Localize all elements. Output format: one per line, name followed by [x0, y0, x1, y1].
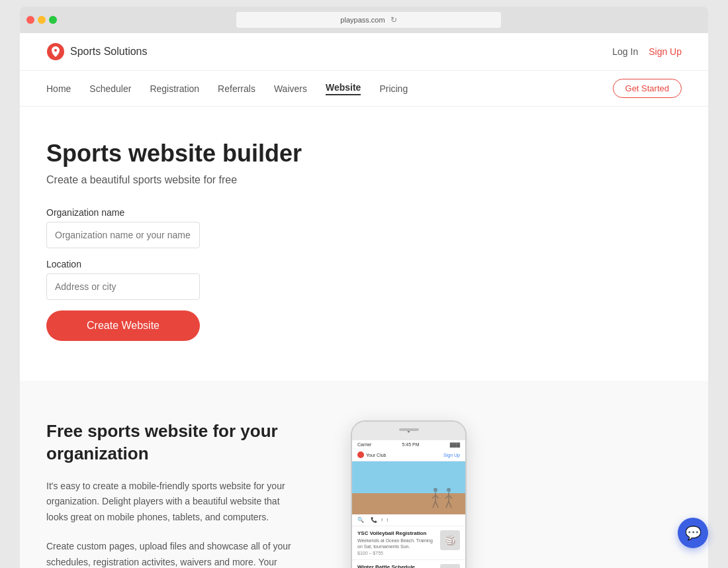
hero-section: Sports website builder Create a beautifu…: [20, 107, 417, 381]
nav-registration[interactable]: Registration: [150, 83, 199, 94]
phone-mockup: ● Carrier 5:45 PM ▓▓▓ Your Club Sign Up: [351, 420, 467, 568]
phone-card-2-image: 🏆: [440, 564, 460, 568]
phone-card-1: YSC Volleyball Registration Weekends at …: [352, 526, 465, 560]
chat-button[interactable]: 💬: [678, 518, 708, 548]
phone-logo-icon: [357, 451, 364, 458]
nav-website[interactable]: Website: [326, 82, 361, 95]
nav-scheduler[interactable]: Scheduler: [89, 83, 131, 94]
phone-card-1-desc: Weekends at Ocean Beach. Training on Sat…: [357, 538, 436, 549]
phone-icon: 📞: [371, 517, 377, 523]
browser-chrome: playpass.com ↻: [20, 7, 708, 33]
browser-toolbar: playpass.com ↻: [26, 12, 702, 33]
minimize-button[interactable]: [38, 16, 46, 24]
brand: Sports Solutions: [46, 42, 148, 61]
get-started-button[interactable]: Get Started: [613, 79, 682, 98]
phone-card-2: Winter Battle Schedule 6 teams battle fo…: [352, 560, 465, 568]
facebook-icon: f: [381, 517, 383, 523]
feature-desc-2: Create custom pages, upload files and sh…: [46, 539, 298, 568]
nav-pricing[interactable]: Pricing: [379, 83, 408, 94]
refresh-icon[interactable]: ↻: [390, 15, 397, 24]
svg-line-12: [449, 501, 451, 508]
phone-card-1-title: YSC Volleyball Registration: [357, 530, 436, 536]
phone-speaker: [399, 428, 419, 431]
location-label: Location: [46, 259, 390, 269]
location-input[interactable]: [46, 273, 200, 300]
website-window: Sports Solutions Log In Sign Up Home Sch…: [20, 33, 708, 568]
phone-card-2-content: Winter Battle Schedule 6 teams battle fo…: [357, 564, 436, 568]
brand-logo-icon: [46, 42, 65, 61]
phone-search-icon: 🔍: [357, 517, 364, 523]
svg-line-5: [433, 501, 435, 508]
hero-subtitle: Create a beautiful sports website for fr…: [46, 174, 390, 186]
beach-figures-icon: [426, 485, 459, 511]
location-group: Location: [46, 259, 390, 300]
phone-battery: ▓▓▓: [450, 442, 460, 447]
nav-auth: Log In Sign Up: [612, 46, 682, 57]
nav-referrals[interactable]: Referrals: [218, 83, 255, 94]
secondary-nav: Home Scheduler Registration Referrals Wa…: [20, 71, 708, 107]
maximize-button[interactable]: [49, 16, 57, 24]
signup-link[interactable]: Sign Up: [649, 46, 682, 57]
phone-top-bar: ●: [352, 422, 465, 440]
nav-home[interactable]: Home: [46, 83, 71, 94]
top-nav: Sports Solutions Log In Sign Up: [20, 33, 708, 71]
feature-title: Free sports website for your organizatio…: [46, 420, 298, 465]
phone-card-1-image: 🏐: [440, 530, 460, 550]
chat-icon: 💬: [685, 525, 702, 541]
svg-line-11: [446, 501, 449, 508]
create-website-button[interactable]: Create Website: [46, 310, 200, 341]
feature-section: Free sports website for your organizatio…: [20, 381, 708, 568]
phone-signup-label: Sign Up: [443, 453, 460, 457]
hero-title: Sports website builder: [46, 140, 390, 167]
phone-status-bar: Carrier 5:45 PM ▓▓▓: [352, 440, 465, 449]
twitter-icon: t: [387, 517, 388, 523]
org-name-group: Organization name: [46, 207, 390, 248]
url-text: playpass.com: [340, 16, 385, 24]
org-name-input[interactable]: [46, 222, 200, 248]
phone-hero-image: Your Sports Club: [352, 461, 465, 514]
feature-text: Free sports website for your organizatio…: [46, 420, 298, 568]
svg-point-7: [447, 488, 451, 492]
close-button[interactable]: [26, 16, 34, 24]
phone-search-bar: 🔍 📞 f t: [352, 514, 465, 526]
phone-card-2-title: Winter Battle Schedule: [357, 564, 436, 568]
brand-name: Sports Solutions: [70, 46, 148, 58]
feature-desc-1: It's easy to create a mobile-friendly sp…: [46, 479, 298, 526]
phone-app-nav: Your Club Sign Up: [352, 449, 465, 461]
phone-time: 5:45 PM: [402, 442, 420, 447]
phone-card-1-content: YSC Volleyball Registration Weekends at …: [357, 530, 436, 555]
window-controls: [26, 16, 57, 24]
nav-links: Home Scheduler Registration Referrals Wa…: [46, 82, 408, 95]
phone-carrier: Carrier: [357, 442, 371, 447]
login-link[interactable]: Log In: [612, 46, 638, 57]
svg-point-1: [433, 488, 437, 492]
phone-card-1-price: $100 – $755: [357, 551, 436, 555]
phone-club-tag: Your Club: [366, 453, 387, 457]
phone-social-icons: 📞 f t: [371, 517, 388, 523]
org-name-label: Organization name: [46, 207, 390, 218]
address-bar[interactable]: playpass.com ↻: [236, 12, 501, 28]
svg-line-6: [435, 501, 438, 508]
nav-waivers[interactable]: Waivers: [274, 83, 307, 94]
